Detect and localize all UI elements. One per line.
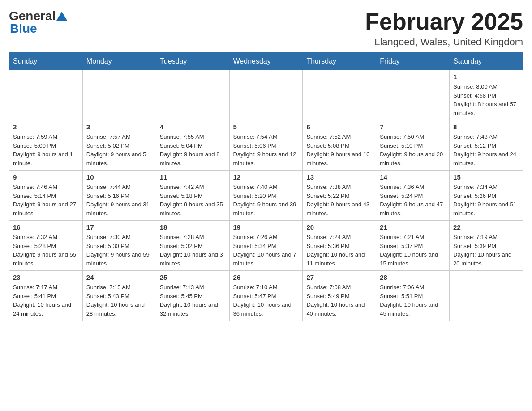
day-info: Sunrise: 7:19 AM Sunset: 5:39 PM Dayligh… — [453, 233, 519, 268]
day-info: Sunrise: 7:06 AM Sunset: 5:51 PM Dayligh… — [380, 283, 446, 318]
calendar-cell: 16Sunrise: 7:32 AM Sunset: 5:28 PM Dayli… — [9, 221, 83, 271]
calendar-cell: 6Sunrise: 7:52 AM Sunset: 5:08 PM Daylig… — [303, 120, 376, 171]
day-number: 10 — [86, 173, 152, 181]
calendar-cell — [9, 70, 83, 120]
day-number: 16 — [13, 223, 79, 231]
page-header: General Blue February 2025 Llangoed, Wal… — [9, 9, 523, 48]
logo: General Blue — [9, 9, 68, 36]
day-number: 20 — [306, 223, 372, 231]
weekday-header-thursday: Thursday — [303, 53, 376, 70]
calendar-cell — [450, 271, 523, 321]
calendar-cell: 3Sunrise: 7:57 AM Sunset: 5:02 PM Daylig… — [82, 120, 156, 171]
calendar-cell: 10Sunrise: 7:44 AM Sunset: 5:16 PM Dayli… — [82, 171, 156, 221]
calendar-cell: 13Sunrise: 7:38 AM Sunset: 5:22 PM Dayli… — [303, 171, 376, 221]
day-number: 5 — [233, 123, 299, 131]
day-info: Sunrise: 7:21 AM Sunset: 5:37 PM Dayligh… — [380, 233, 446, 268]
calendar-cell: 24Sunrise: 7:15 AM Sunset: 5:43 PM Dayli… — [82, 271, 156, 321]
day-info: Sunrise: 7:59 AM Sunset: 5:00 PM Dayligh… — [13, 133, 79, 167]
calendar-cell: 21Sunrise: 7:21 AM Sunset: 5:37 PM Dayli… — [376, 221, 450, 271]
location: Llangoed, Wales, United Kingdom — [365, 36, 523, 48]
day-info: Sunrise: 7:10 AM Sunset: 5:47 PM Dayligh… — [233, 283, 299, 318]
day-number: 24 — [86, 274, 152, 281]
day-number: 12 — [233, 173, 299, 181]
day-info: Sunrise: 7:28 AM Sunset: 5:32 PM Dayligh… — [160, 233, 226, 268]
day-number: 28 — [380, 274, 446, 281]
calendar-week-row: 1Sunrise: 8:00 AM Sunset: 4:58 PM Daylig… — [9, 70, 523, 120]
day-info: Sunrise: 7:17 AM Sunset: 5:41 PM Dayligh… — [13, 283, 79, 318]
calendar-week-row: 16Sunrise: 7:32 AM Sunset: 5:28 PM Dayli… — [9, 221, 523, 271]
day-info: Sunrise: 7:46 AM Sunset: 5:14 PM Dayligh… — [13, 183, 79, 218]
day-info: Sunrise: 7:32 AM Sunset: 5:28 PM Dayligh… — [13, 233, 79, 268]
day-number: 23 — [13, 274, 79, 281]
day-info: Sunrise: 7:57 AM Sunset: 5:02 PM Dayligh… — [86, 133, 152, 167]
weekday-header-tuesday: Tuesday — [156, 53, 229, 70]
day-info: Sunrise: 7:13 AM Sunset: 5:45 PM Dayligh… — [160, 283, 226, 318]
calendar-cell — [303, 70, 376, 120]
day-number: 13 — [306, 173, 372, 181]
calendar-cell: 8Sunrise: 7:48 AM Sunset: 5:12 PM Daylig… — [450, 120, 523, 171]
calendar-cell: 18Sunrise: 7:28 AM Sunset: 5:32 PM Dayli… — [156, 221, 229, 271]
calendar-cell: 7Sunrise: 7:50 AM Sunset: 5:10 PM Daylig… — [376, 120, 450, 171]
day-number: 8 — [453, 123, 519, 131]
calendar-cell: 15Sunrise: 7:34 AM Sunset: 5:26 PM Dayli… — [450, 171, 523, 221]
calendar-cell: 9Sunrise: 7:46 AM Sunset: 5:14 PM Daylig… — [9, 171, 83, 221]
day-info: Sunrise: 7:08 AM Sunset: 5:49 PM Dayligh… — [306, 283, 372, 318]
day-number: 18 — [160, 223, 226, 231]
day-info: Sunrise: 7:44 AM Sunset: 5:16 PM Dayligh… — [86, 183, 152, 218]
calendar-cell: 22Sunrise: 7:19 AM Sunset: 5:39 PM Dayli… — [450, 221, 523, 271]
calendar-cell: 5Sunrise: 7:54 AM Sunset: 5:06 PM Daylig… — [229, 120, 303, 171]
day-info: Sunrise: 7:48 AM Sunset: 5:12 PM Dayligh… — [453, 133, 519, 167]
day-number: 7 — [380, 123, 446, 131]
calendar-cell: 28Sunrise: 7:06 AM Sunset: 5:51 PM Dayli… — [376, 271, 450, 321]
day-number: 25 — [160, 274, 226, 281]
day-number: 22 — [453, 223, 519, 231]
day-info: Sunrise: 7:26 AM Sunset: 5:34 PM Dayligh… — [233, 233, 299, 268]
calendar-cell — [82, 70, 156, 120]
day-info: Sunrise: 7:36 AM Sunset: 5:24 PM Dayligh… — [380, 183, 446, 218]
calendar-cell: 19Sunrise: 7:26 AM Sunset: 5:34 PM Dayli… — [229, 221, 303, 271]
day-number: 14 — [380, 173, 446, 181]
month-title: February 2025 — [365, 9, 523, 34]
day-number: 6 — [306, 123, 372, 131]
calendar-week-row: 23Sunrise: 7:17 AM Sunset: 5:41 PM Dayli… — [9, 271, 523, 321]
day-number: 15 — [453, 173, 519, 181]
weekday-header-wednesday: Wednesday — [229, 53, 303, 70]
calendar-cell: 14Sunrise: 7:36 AM Sunset: 5:24 PM Dayli… — [376, 171, 450, 221]
day-number: 21 — [380, 223, 446, 231]
day-info: Sunrise: 7:54 AM Sunset: 5:06 PM Dayligh… — [233, 133, 299, 167]
calendar-cell: 23Sunrise: 7:17 AM Sunset: 5:41 PM Dayli… — [9, 271, 83, 321]
day-number: 26 — [233, 274, 299, 281]
weekday-header-sunday: Sunday — [9, 53, 83, 70]
calendar-cell: 11Sunrise: 7:42 AM Sunset: 5:18 PM Dayli… — [156, 171, 229, 221]
day-number: 2 — [13, 123, 79, 131]
day-info: Sunrise: 7:30 AM Sunset: 5:30 PM Dayligh… — [86, 233, 152, 268]
calendar-cell: 2Sunrise: 7:59 AM Sunset: 5:00 PM Daylig… — [9, 120, 83, 171]
logo-blue-text: Blue — [10, 21, 37, 36]
calendar-cell: 20Sunrise: 7:24 AM Sunset: 5:36 PM Dayli… — [303, 221, 376, 271]
calendar-cell — [156, 70, 229, 120]
day-number: 27 — [306, 274, 372, 281]
day-info: Sunrise: 7:42 AM Sunset: 5:18 PM Dayligh… — [160, 183, 226, 218]
day-info: Sunrise: 7:24 AM Sunset: 5:36 PM Dayligh… — [306, 233, 372, 268]
day-number: 17 — [86, 223, 152, 231]
day-info: Sunrise: 7:34 AM Sunset: 5:26 PM Dayligh… — [453, 183, 519, 218]
weekday-header-saturday: Saturday — [450, 53, 523, 70]
calendar-cell: 26Sunrise: 7:10 AM Sunset: 5:47 PM Dayli… — [229, 271, 303, 321]
day-info: Sunrise: 7:38 AM Sunset: 5:22 PM Dayligh… — [306, 183, 372, 218]
day-number: 9 — [13, 173, 79, 181]
calendar-cell: 4Sunrise: 7:55 AM Sunset: 5:04 PM Daylig… — [156, 120, 229, 171]
day-info: Sunrise: 7:52 AM Sunset: 5:08 PM Dayligh… — [306, 133, 372, 167]
calendar-table: SundayMondayTuesdayWednesdayThursdayFrid… — [9, 52, 523, 321]
day-number: 11 — [160, 173, 226, 181]
calendar-cell: 27Sunrise: 7:08 AM Sunset: 5:49 PM Dayli… — [303, 271, 376, 321]
day-info: Sunrise: 7:40 AM Sunset: 5:20 PM Dayligh… — [233, 183, 299, 218]
weekday-header-friday: Friday — [376, 53, 450, 70]
calendar-cell: 12Sunrise: 7:40 AM Sunset: 5:20 PM Dayli… — [229, 171, 303, 221]
logo-triangle-icon — [56, 12, 67, 21]
calendar-header-row: SundayMondayTuesdayWednesdayThursdayFrid… — [9, 53, 523, 70]
calendar-week-row: 9Sunrise: 7:46 AM Sunset: 5:14 PM Daylig… — [9, 171, 523, 221]
calendar-cell: 25Sunrise: 7:13 AM Sunset: 5:45 PM Dayli… — [156, 271, 229, 321]
day-number: 3 — [86, 123, 152, 131]
calendar-week-row: 2Sunrise: 7:59 AM Sunset: 5:00 PM Daylig… — [9, 120, 523, 171]
day-info: Sunrise: 7:55 AM Sunset: 5:04 PM Dayligh… — [160, 133, 226, 167]
